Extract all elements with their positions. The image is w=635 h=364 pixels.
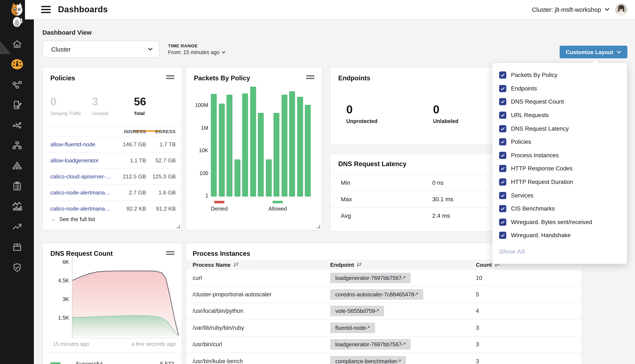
resize-handle[interactable]: [317, 225, 320, 228]
menu-toggle-icon[interactable]: [41, 6, 51, 13]
endpoint-chip: loadgenerator-7697bb7567-*: [330, 272, 411, 283]
cluster-selector-label: Cluster: jlt-msft-workshop: [532, 6, 601, 13]
sort-icon: [233, 262, 239, 268]
divider: [43, 352, 182, 352]
checkbox-checked-icon[interactable]: [499, 178, 506, 186]
customize-layout-menu: Packets By Policy Endpoints DNS Request …: [492, 63, 627, 264]
menu-item[interactable]: Services: [499, 189, 620, 202]
main-content: Dashboard View Cluster TIME RANGE From: …: [34, 20, 635, 364]
y-tick: 100: [191, 170, 208, 176]
latency-value: 0 ns: [432, 179, 444, 186]
packets-by-policy-card: Packets By Policy 100M1M10K1001 Denied A…: [186, 67, 322, 230]
policies-table: INGRESS EGRESS allow-fluentd-node 146.7 …: [43, 127, 182, 216]
sort-process-name[interactable]: Process Name: [186, 262, 330, 268]
menu-item[interactable]: CIS Benchmarks: [499, 202, 620, 216]
menu-item[interactable]: HTTP Response Codes: [499, 162, 620, 175]
endpoint-chip: vote-5655bd759-*: [330, 306, 384, 316]
show-all-link[interactable]: Show All: [499, 248, 620, 255]
successful-count: 5,572: [160, 360, 174, 364]
sort-endpoint[interactable]: Endpoint: [330, 262, 476, 268]
policy-link[interactable]: allow-fluentd-node: [50, 141, 95, 148]
policy-ingress-value: 92.2 KB: [112, 206, 146, 212]
checkbox-checked-icon[interactable]: [499, 138, 506, 146]
policies-card-title: Policies: [50, 74, 75, 82]
gauge-icon[interactable]: [0, 55, 34, 74]
process-table-row: /cluster-proportional-autoscaler coredns…: [186, 286, 582, 303]
process-table-row: curl loadgenerator-7697bb7567-* 10: [186, 270, 582, 286]
shield-check-icon[interactable]: [0, 258, 34, 276]
menu-item[interactable]: HTTP Request Duration: [499, 176, 620, 189]
policy-link[interactable]: calico-cloud-apiserver-…: [50, 173, 111, 180]
policy-egress-value: 91.2 KB: [150, 206, 176, 212]
drag-handle-icon[interactable]: [166, 251, 174, 256]
dns-latency-card-title: DNS Request Latency: [338, 160, 406, 168]
menu-item[interactable]: URL Requests: [499, 109, 620, 122]
customize-layout-button[interactable]: Customize Layout: [560, 46, 627, 58]
policy-table-row: calico-cloud-apiserver-… 212.5 GB 125.3 …: [43, 168, 182, 184]
user-avatar[interactable]: [615, 4, 627, 16]
menu-item[interactable]: DNS Request Latency: [499, 122, 620, 135]
policies-stats: 0 Denying Traffic 3 Unused 56 Total: [50, 92, 176, 126]
menu-item[interactable]: Wireguard. Handshake: [499, 229, 620, 242]
molecule-icon[interactable]: [0, 116, 34, 134]
package-icon[interactable]: [0, 238, 34, 256]
dashboard-view-select[interactable]: Cluster: [42, 40, 160, 58]
time-range-picker[interactable]: TIME RANGE From: 15 minutes ago: [168, 43, 225, 56]
bar: [234, 159, 240, 196]
home-icon[interactable]: [0, 35, 34, 53]
menu-item[interactable]: Wireguard. Bytes sent/received: [499, 216, 620, 229]
checkbox-checked-icon[interactable]: [499, 112, 506, 119]
y-tick: 1.5K: [49, 315, 69, 321]
process-table-row: /usr/bin/curl loadgenerator-7697bb7567-*…: [186, 336, 582, 353]
page-title: Dashboards: [58, 5, 108, 14]
stat-denying-traffic: 0 Denying Traffic: [50, 92, 92, 126]
trend-up-icon[interactable]: [0, 217, 34, 236]
menu-item[interactable]: Endpoints: [499, 82, 620, 95]
cluster-selector[interactable]: Cluster: jlt-msft-workshop: [532, 6, 609, 13]
policy-edit-icon[interactable]: [0, 96, 34, 114]
menu-item[interactable]: Packets By Policy: [499, 68, 620, 82]
checkbox-checked-icon[interactable]: [499, 218, 506, 226]
stats-chart-icon[interactable]: [0, 197, 34, 216]
policy-table-row: allow-fluentd-node 146.7 GB 1.7 TB: [43, 136, 182, 152]
chart-legend: Denied Allowed: [186, 201, 322, 220]
stat-unlabeled: 0 Unlabeled: [433, 103, 459, 124]
see-full-list-link[interactable]: →See the full list: [50, 216, 95, 222]
menu-item[interactable]: Policies: [499, 135, 620, 148]
process-table: Process Name Endpoint Count curl loadgen…: [186, 260, 582, 364]
dashboard-view-value: Cluster: [51, 46, 71, 53]
hierarchy-icon[interactable]: [0, 136, 34, 155]
policy-table-row: calico-node-alertmana… 92.2 KB 91.2 KB: [43, 200, 182, 216]
checkbox-checked-icon[interactable]: [499, 192, 506, 199]
x-axis-label-end: a few seconds ago: [132, 341, 176, 347]
checkbox-checked-icon[interactable]: [499, 205, 506, 212]
bar: [274, 113, 279, 196]
policy-link[interactable]: calico-node-alertmana…: [50, 190, 110, 196]
drag-handle-icon[interactable]: [306, 75, 315, 80]
policies-card: Policies 0 Denying Traffic 3 Unused 56 T…: [42, 67, 182, 230]
process-count: 4: [476, 308, 479, 314]
policy-egress-value: 1.7 TB: [150, 141, 176, 148]
checkbox-checked-icon[interactable]: [499, 72, 506, 79]
process-name: /var/lib/ruby/bin/ruby: [193, 325, 244, 331]
checkbox-checked-icon[interactable]: [499, 165, 506, 172]
resize-handle[interactable]: [176, 225, 180, 228]
network-policy-icon[interactable]: [0, 75, 34, 94]
bar: [266, 159, 272, 196]
menu-item[interactable]: Process Instances: [499, 148, 620, 162]
cluster-circles-icon[interactable]: [0, 156, 34, 175]
clipboard-icon[interactable]: [0, 177, 34, 195]
checkbox-checked-icon[interactable]: [499, 125, 506, 132]
sort-icon: [357, 262, 362, 268]
drag-handle-icon[interactable]: [166, 75, 174, 80]
sidebar: [0, 0, 34, 364]
checkbox-checked-icon[interactable]: [499, 152, 506, 159]
checkbox-checked-icon[interactable]: [499, 98, 506, 106]
process-name: /usr/bin/curl: [193, 342, 222, 348]
checkbox-checked-icon[interactable]: [499, 85, 506, 92]
latency-label: Avg: [341, 212, 351, 219]
menu-item[interactable]: DNS Request Count: [499, 95, 620, 108]
checkbox-checked-icon[interactable]: [499, 232, 506, 239]
policy-link[interactable]: allow-loadgenerator: [50, 157, 99, 164]
policy-link[interactable]: calico-node-alertmana…: [50, 206, 110, 212]
